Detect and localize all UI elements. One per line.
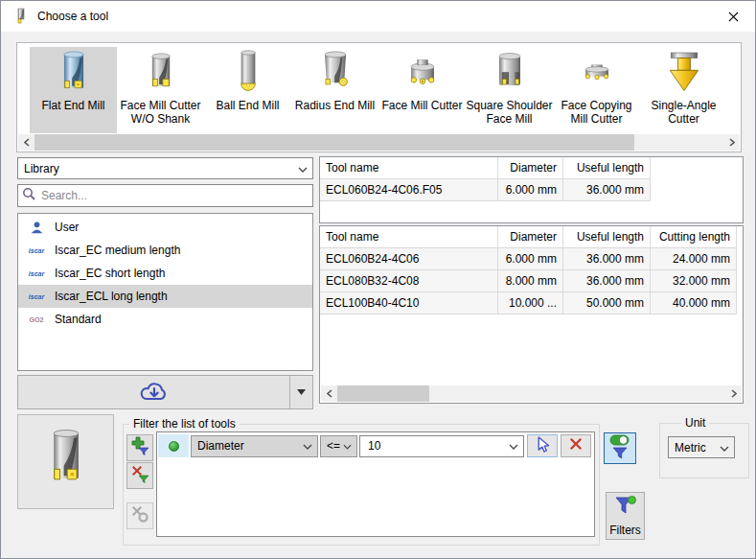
tool-type-list: Flat End Mill Face Mill Cutter W/O Shank… xyxy=(30,47,727,133)
table-cell[interactable]: 36.000 mm xyxy=(563,248,651,270)
table-cell[interactable]: 36.000 mm xyxy=(563,179,651,201)
filter-funnel-icon xyxy=(614,496,637,521)
unit-combo[interactable]: Metric xyxy=(668,436,735,458)
filter-operator-value: <= xyxy=(327,439,340,453)
radius-end-mill-icon xyxy=(314,47,356,99)
add-filter-button[interactable] xyxy=(126,434,153,461)
user-icon xyxy=(26,221,47,235)
scrollbar-thumb[interactable] xyxy=(337,385,429,402)
face-mill-cutter-wo-shank-icon xyxy=(140,47,182,99)
filter-field-value: Diameter xyxy=(197,439,244,453)
library-item-standard[interactable]: GO2 Standard xyxy=(18,308,312,331)
download-library-button[interactable] xyxy=(17,375,313,409)
scroll-left-icon[interactable] xyxy=(18,134,34,151)
tool-type-face-mill-cutter[interactable]: Face Mill Cutter xyxy=(378,47,466,133)
toggle-filter-icon xyxy=(609,434,630,463)
table-cell[interactable]: 10.000 ... xyxy=(498,292,563,314)
column-header-tool-name[interactable]: Tool name xyxy=(320,226,498,248)
tool-type-flat-end-mill[interactable]: Flat End Mill xyxy=(30,47,117,133)
remove-filter-button[interactable] xyxy=(126,462,153,489)
table-cell[interactable]: ECL100B40-4C10 xyxy=(320,292,498,314)
table-cell[interactable]: 36.000 mm xyxy=(563,270,651,292)
chevron-down-icon xyxy=(720,441,729,454)
filter-value-input[interactable] xyxy=(366,438,504,454)
tool-type-face-mill-cutter-wo-shank[interactable]: Face Mill Cutter W/O Shank xyxy=(117,47,204,133)
table-cell[interactable]: 32.000 mm xyxy=(651,270,737,292)
remove-filter-icon xyxy=(130,464,149,487)
chevron-down-icon xyxy=(298,162,308,175)
scrollbar-thumb[interactable] xyxy=(34,134,634,151)
filter-row[interactable]: Diameter <= xyxy=(158,433,593,458)
close-icon[interactable] xyxy=(717,5,749,28)
library-item-label: Iscar_ECL long length xyxy=(55,290,168,303)
tool-type-label: Single-Angle Cutter xyxy=(640,99,727,126)
iscar-logo-icon: iscar xyxy=(26,293,47,300)
tool-type-radius-end-mill[interactable]: Radius End Mill xyxy=(291,47,378,133)
unit-group: Unit Metric xyxy=(659,423,749,478)
column-header-diameter[interactable]: Diameter xyxy=(498,226,563,248)
tool-type-label: Square Shoulder Face Mill xyxy=(466,99,553,126)
library-item-user[interactable]: User xyxy=(18,216,312,239)
tool-type-label: Radius End Mill xyxy=(295,99,375,112)
iscar-logo-icon: iscar xyxy=(26,270,47,277)
table-cell[interactable]: 40.000 mm xyxy=(651,292,737,314)
tool-type-ball-end-mill[interactable]: Ball End Mill xyxy=(204,47,291,133)
table-cell[interactable]: 6.000 mm xyxy=(498,248,563,270)
iscar-logo-icon: iscar xyxy=(26,247,47,254)
tool-strip-scrollbar[interactable] xyxy=(18,134,740,151)
library-item-label: Iscar_EC short length xyxy=(55,267,165,280)
select-filter-row-button[interactable] xyxy=(527,434,558,457)
tools-table: Tool name Diameter Useful length Cutting… xyxy=(319,225,744,404)
square-shoulder-face-mill-icon xyxy=(489,47,531,99)
column-header-diameter[interactable]: Diameter xyxy=(498,157,563,179)
column-header-useful-length[interactable]: Useful length xyxy=(563,157,651,179)
single-angle-cutter-icon xyxy=(663,47,705,99)
filter-active-indicator[interactable] xyxy=(158,434,189,457)
add-filter-icon xyxy=(130,436,149,459)
cursor-arrow-icon xyxy=(535,436,550,456)
column-header-tool-name[interactable]: Tool name xyxy=(320,157,498,179)
library-combo[interactable]: Library xyxy=(17,157,313,179)
unlink-filter-button[interactable] xyxy=(126,502,153,529)
library-item-iscar-ec-medium[interactable]: iscar Iscar_EC medium length xyxy=(18,239,312,262)
table-cell[interactable]: ECL060B24-4C06 xyxy=(320,248,498,270)
search-box[interactable] xyxy=(17,184,313,207)
filter-enable-toggle-button[interactable] xyxy=(604,432,636,464)
flat-end-mill-icon xyxy=(53,47,95,99)
choose-a-tool-dialog: Choose a tool Flat End Mill Face Mill Cu… xyxy=(0,0,756,559)
delete-filter-row-button[interactable] xyxy=(561,434,591,457)
scroll-right-icon[interactable] xyxy=(723,134,740,151)
column-header-cutting-length[interactable]: Cutting length xyxy=(651,226,737,248)
library-item-iscar-ec-short[interactable]: iscar Iscar_EC short length xyxy=(18,262,312,285)
filter-value-combo[interactable] xyxy=(359,435,524,457)
library-item-iscar-ecl-long[interactable]: iscar Iscar_ECL long length xyxy=(18,285,312,308)
tool-type-square-shoulder-face-mill[interactable]: Square Shoulder Face Mill xyxy=(466,47,553,133)
filters-button-label: Filters xyxy=(609,524,641,537)
table-cell[interactable]: 8.000 mm xyxy=(498,270,563,292)
filter-field-combo[interactable]: Diameter xyxy=(191,435,318,457)
chevron-down-icon xyxy=(303,439,312,453)
library-item-label: User xyxy=(55,221,79,234)
table-cell[interactable]: 24.000 mm xyxy=(651,248,737,270)
download-options-dropdown[interactable] xyxy=(289,376,312,408)
table-cell[interactable]: ECL060B24-4C06.F05 xyxy=(320,179,498,201)
go2-logo-icon: GO2 xyxy=(26,316,47,323)
scroll-right-icon[interactable] xyxy=(725,385,742,402)
filter-operator-combo[interactable]: <= xyxy=(320,435,357,457)
table-cell[interactable]: ECL080B32-4C08 xyxy=(320,270,498,292)
table-cell[interactable]: 6.000 mm xyxy=(498,179,563,201)
unit-group-label: Unit xyxy=(681,416,709,430)
unit-combo-value: Metric xyxy=(675,441,706,454)
scroll-left-icon[interactable] xyxy=(321,385,337,402)
tool-type-single-angle-cutter[interactable]: Single-Angle Cutter xyxy=(640,47,727,133)
search-input[interactable] xyxy=(39,188,309,203)
chevron-down-icon xyxy=(509,439,518,453)
end-mill-icon xyxy=(13,8,29,29)
column-header-useful-length[interactable]: Useful length xyxy=(563,226,651,248)
table-cell[interactable]: 50.000 mm xyxy=(563,292,651,314)
tools-table-scrollbar[interactable] xyxy=(321,385,742,402)
tool-type-face-copying-mill-cutter[interactable]: Face Copying Mill Cutter xyxy=(553,47,640,133)
chevron-down-icon xyxy=(343,439,352,453)
filters-button[interactable]: Filters xyxy=(606,492,645,540)
face-mill-cutter-icon xyxy=(401,47,444,99)
